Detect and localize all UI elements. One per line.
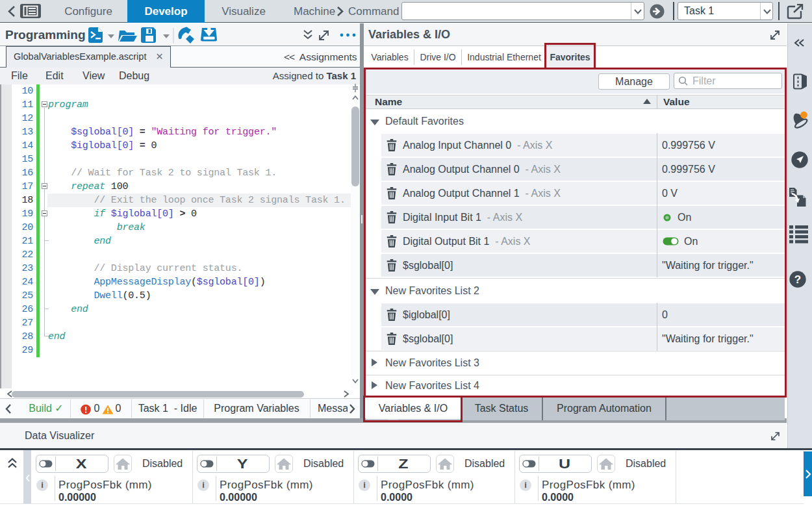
svg-text:?: ? [794,273,801,286]
